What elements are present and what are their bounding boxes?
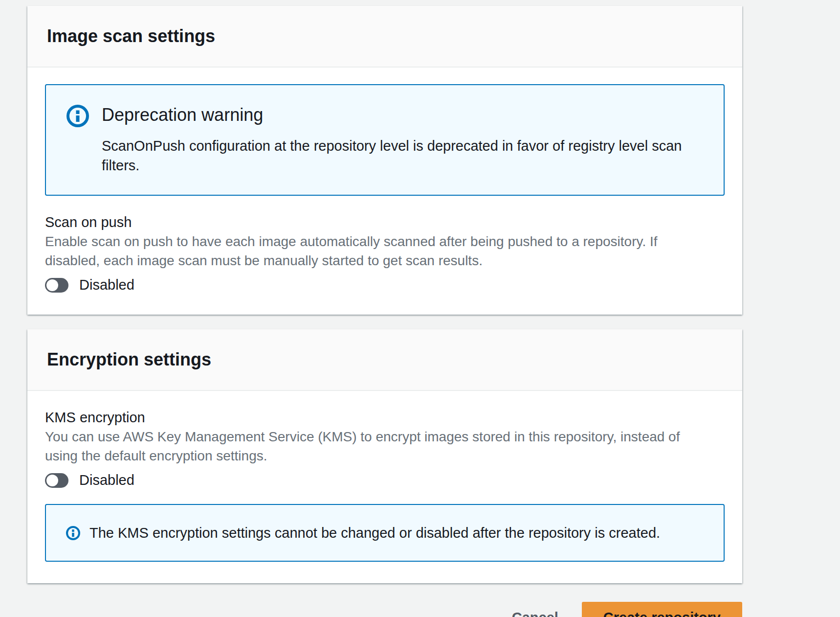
scan-on-push-field: Scan on push Enable scan on push to have… bbox=[45, 212, 725, 293]
kms-encryption-toggle-row: Disabled bbox=[45, 472, 725, 488]
image-scan-settings-title: Image scan settings bbox=[47, 25, 723, 47]
kms-encryption-field: KMS encryption You can use AWS Key Manag… bbox=[45, 408, 725, 488]
kms-encryption-description: You can use AWS Key Management Service (… bbox=[45, 427, 710, 465]
form-actions: Cancel Create repository bbox=[27, 602, 742, 617]
form-content: Image scan settings Deprecation warning … bbox=[27, 6, 742, 617]
kms-encryption-toggle-state: Disabled bbox=[79, 472, 134, 488]
deprecation-warning-alert: Deprecation warning ScanOnPush configura… bbox=[45, 84, 725, 196]
cancel-button[interactable]: Cancel bbox=[493, 602, 577, 617]
image-scan-settings-header: Image scan settings bbox=[27, 6, 742, 68]
encryption-settings-title: Encryption settings bbox=[47, 349, 723, 370]
deprecation-warning-message: ScanOnPush configuration at the reposito… bbox=[102, 136, 704, 175]
kms-encryption-label: KMS encryption bbox=[45, 408, 725, 427]
scan-on-push-toggle[interactable] bbox=[45, 278, 68, 293]
encryption-settings-body: KMS encryption You can use AWS Key Manag… bbox=[27, 391, 742, 583]
deprecation-warning-title: Deprecation warning bbox=[102, 103, 704, 127]
info-icon bbox=[66, 104, 90, 128]
image-scan-settings-body: Deprecation warning ScanOnPush configura… bbox=[27, 68, 742, 315]
encryption-settings-card: Encryption settings KMS encryption You c… bbox=[27, 329, 742, 583]
info-icon bbox=[66, 526, 81, 541]
deprecation-warning-content: Deprecation warning ScanOnPush configura… bbox=[102, 103, 704, 175]
create-repository-button[interactable]: Create repository bbox=[582, 602, 742, 617]
scan-on-push-label: Scan on push bbox=[45, 212, 725, 232]
toggle-knob bbox=[46, 279, 58, 291]
kms-info-message: The KMS encryption settings cannot be ch… bbox=[89, 524, 660, 542]
encryption-settings-header: Encryption settings bbox=[27, 329, 742, 391]
kms-encryption-toggle[interactable] bbox=[45, 473, 68, 488]
scan-on-push-description: Enable scan on push to have each image a… bbox=[45, 232, 710, 270]
scan-on-push-toggle-row: Disabled bbox=[45, 277, 725, 293]
toggle-knob bbox=[46, 475, 58, 486]
kms-info-box: The KMS encryption settings cannot be ch… bbox=[45, 504, 725, 562]
scan-on-push-toggle-state: Disabled bbox=[79, 277, 134, 293]
image-scan-settings-card: Image scan settings Deprecation warning … bbox=[27, 6, 742, 315]
